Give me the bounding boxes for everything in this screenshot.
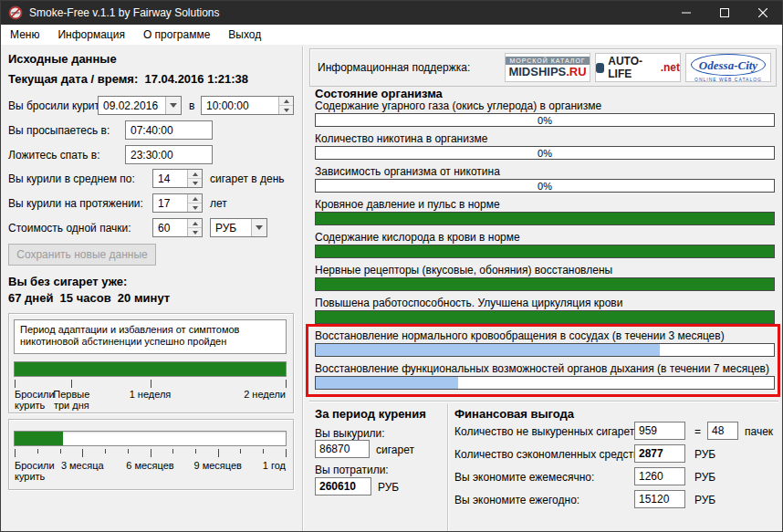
tick-mark <box>286 449 287 457</box>
progress-bar <box>315 245 775 258</box>
adaptation-scale-ticks <box>15 380 286 388</box>
body-state-bar-row: Количество никотина в организме0% <box>315 132 775 160</box>
sleep-time-value: 23:30:00 <box>130 149 173 162</box>
scale-tick-label: 3 месяца <box>56 460 109 471</box>
quit-time-spinner[interactable]: 10:00:00 <box>201 96 294 115</box>
maximize-button[interactable] <box>705 1 744 25</box>
close-button[interactable] <box>744 1 782 25</box>
financial-value-field[interactable]: 1260 <box>634 467 685 485</box>
years-updown <box>187 194 202 212</box>
progress-bar-fill <box>316 377 458 389</box>
spin-up-icon[interactable] <box>188 219 202 228</box>
spin-up-icon[interactable] <box>279 97 293 106</box>
wake-time-field[interactable]: 07:40:00 <box>125 120 213 140</box>
financial-row-label: Вы экономите ежегодно: <box>454 494 579 506</box>
tick-mark <box>105 449 106 454</box>
quit-date-dropdown-icon[interactable] <box>165 97 181 114</box>
avg-value: 14 <box>158 172 170 185</box>
menu-item-4[interactable]: Выход <box>219 26 270 44</box>
quit-date-picker[interactable]: 09.02.2016 <box>98 96 182 115</box>
scale-tick-label: 2 недели <box>233 389 286 400</box>
currency-combobox[interactable]: РУБ <box>210 218 267 237</box>
smoked-value-field[interactable]: 86870 <box>315 440 370 458</box>
financial-value2-field[interactable]: 48 <box>707 422 738 440</box>
tick-mark <box>151 380 151 388</box>
financial-row-suffix: пачек <box>745 425 773 438</box>
years-value: 17 <box>158 197 170 210</box>
partner-logos: МОРСКОЙ КАТАЛОГ MIDSHIPS.RU AUTO-LIFE.ne… <box>505 53 771 82</box>
progress-bar-fill <box>316 213 774 224</box>
adaptation-progress-bar <box>14 361 287 377</box>
menu-item-1[interactable]: Меню <box>1 26 48 44</box>
progress-bar <box>315 277 775 291</box>
financial-row: Количество не выкуренных сигарет:959=48п… <box>454 422 781 444</box>
financial-value-field[interactable]: 959 <box>634 422 685 440</box>
price-spinner[interactable]: 60 <box>152 218 203 237</box>
tick-mark <box>286 380 287 388</box>
odessa-city-logo[interactable]: Odessa-City ONLINE WEB CATALOG <box>685 53 771 82</box>
body-state-bar-label: Повышена работоспособность. Улучшена цир… <box>315 297 775 309</box>
spin-up-icon[interactable] <box>188 194 202 203</box>
menu-item-3[interactable]: О программе <box>134 26 219 44</box>
price-label: Стоимость одной пачки: <box>8 222 131 235</box>
financial-row-label: Количество не выкуренных сигарет: <box>454 425 638 438</box>
spent-label: Вы потратили: <box>315 464 389 476</box>
minimize-button[interactable] <box>667 1 705 25</box>
year-progress-bar <box>14 431 287 446</box>
odessa-ellipse: Odessa-City <box>691 54 766 76</box>
spin-down-icon[interactable] <box>188 228 202 236</box>
wake-time-value: 07:40:00 <box>130 124 173 137</box>
scale-tick-label: 6 месяцев <box>124 460 177 471</box>
since-value: 67 дней 15 часов 20 минут <box>8 291 170 305</box>
spin-down-icon[interactable] <box>188 179 202 187</box>
body-state-bar-row: Повышена работоспособность. Улучшена цир… <box>315 297 775 324</box>
smoking-period-heading: За период курения <box>315 407 426 421</box>
quit-label: Вы бросили курить: <box>8 99 109 112</box>
financial-value-field[interactable]: 2877 <box>634 444 685 463</box>
tick-mark <box>15 380 16 388</box>
midships-catalog-label: МОРСКОЙ КАТАЛОГ <box>506 57 590 65</box>
body-state-bar-row: Содержание угарного газа (окись углерода… <box>315 99 775 127</box>
years-spinner[interactable]: 17 <box>152 193 203 213</box>
financial-value-field[interactable]: 15120 <box>634 490 685 508</box>
adaptation-note: Период адаптации и избавления от симптом… <box>14 319 287 354</box>
avg-spinner[interactable]: 14 <box>152 169 203 188</box>
financial-heading: Финансовая выгода <box>454 407 574 421</box>
currency-dropdown-icon[interactable] <box>251 219 266 236</box>
window-title: Smoke-Free v.1.1 by Fairway Solutions <box>29 6 220 19</box>
spin-down-icon[interactable] <box>188 203 202 212</box>
quit-date-value: 09.02.2016 <box>103 99 158 112</box>
adaptation-scale-labels: Бросили куритьПервые три дня1 неделя2 не… <box>15 389 286 412</box>
progress-bar-fill <box>316 278 774 290</box>
current-datetime-value: 17.04.2016 1:21:38 <box>145 72 248 86</box>
autolife-logo[interactable]: AUTO-LIFE.net <box>595 53 681 82</box>
quit-time-updown <box>278 97 293 114</box>
save-button[interactable]: Сохранить новые данные <box>8 244 156 266</box>
progress-bar: 0% <box>315 146 775 160</box>
progress-bar: 0% <box>315 113 775 127</box>
tick-mark <box>71 380 72 388</box>
financial-row: Вы экономите ежегодно:15120РУБ <box>454 490 781 513</box>
progress-bar: 0% <box>315 179 775 193</box>
spin-up-icon[interactable] <box>188 170 202 179</box>
smoked-suffix: сигарет <box>376 443 414 456</box>
main-content: Исходные данные Текущая дата / время: 17… <box>1 45 783 532</box>
sleep-time-field[interactable]: 23:30:00 <box>125 145 213 164</box>
bottom-column-separator <box>447 404 449 531</box>
tick-mark <box>240 449 241 454</box>
spent-value-field[interactable]: 260610 <box>315 477 371 495</box>
currency-value: РУБ <box>215 222 236 235</box>
spent-value: 260610 <box>319 480 356 493</box>
body-state-heading: Состояние организма <box>315 87 443 100</box>
autolife-domain: .net <box>661 61 680 74</box>
body-state-bar-row: Восстановление нормального кровообращени… <box>315 329 775 357</box>
info-support-panel: Информационная поддержка: МОРСКОЙ КАТАЛО… <box>309 48 777 87</box>
menu-item-2[interactable]: Информация <box>48 26 133 44</box>
spin-down-icon[interactable] <box>279 106 293 114</box>
adaptation-groupbox: Период адаптации и избавления от симптом… <box>8 313 294 413</box>
smoked-value: 86870 <box>319 443 350 455</box>
financial-row-suffix: РУБ <box>694 494 715 506</box>
body-state-bar-row: Содержание кислорода в крови в норме <box>315 231 775 258</box>
financial-row-suffix: РУБ <box>694 448 715 461</box>
midships-logo[interactable]: МОРСКОЙ КАТАЛОГ MIDSHIPS.RU <box>505 53 590 82</box>
